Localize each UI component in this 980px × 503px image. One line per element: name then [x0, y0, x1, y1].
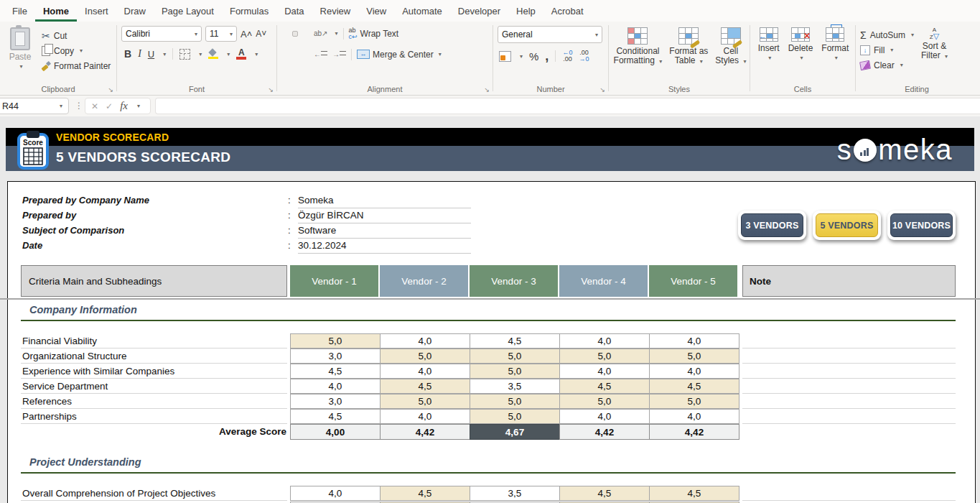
score-cell[interactable]: 4,5	[380, 379, 470, 394]
average-cell[interactable]: 4,00	[290, 424, 381, 440]
clear-button[interactable]: Clear ▾	[860, 57, 914, 73]
note-cell[interactable]	[742, 486, 956, 501]
score-cell[interactable]: 5,0	[559, 349, 650, 364]
tab-file[interactable]: File	[4, 2, 35, 22]
tab-page-layout[interactable]: Page Layout	[154, 2, 222, 22]
bold-button[interactable]: B	[124, 48, 131, 60]
score-cell[interactable]: 4,0	[290, 379, 381, 394]
score-cell[interactable]: 5,0	[470, 349, 560, 364]
align-center-button[interactable]	[292, 52, 298, 57]
score-cell[interactable]: 4,5	[380, 486, 470, 501]
fill-color-button[interactable]	[208, 49, 218, 59]
comma-style-button[interactable]: ,	[545, 52, 549, 60]
button-10-vendors[interactable]: 10 VENDORS	[887, 211, 956, 240]
score-cell[interactable]: 4,5	[649, 486, 739, 501]
criteria-cell[interactable]: Partnerships	[22, 409, 286, 424]
copy-button[interactable]: Copy ▾	[42, 43, 111, 58]
score-cell[interactable]: 5,0	[380, 394, 470, 409]
vendor-header-3[interactable]: Vendor - 3	[470, 265, 558, 297]
insert-cells-button[interactable]: ← Insert ▾	[758, 26, 780, 83]
align-left-button[interactable]	[281, 52, 287, 57]
format-as-table-button[interactable]: Format asTable ▾	[669, 26, 708, 83]
tab-automate[interactable]: Automate	[394, 2, 450, 22]
score-cell[interactable]: 3,5	[470, 379, 560, 394]
score-cell[interactable]: 4,5	[559, 486, 650, 501]
number-format-select[interactable]: General ▾	[498, 26, 602, 43]
score-cell[interactable]: 4,0	[380, 364, 470, 379]
score-cell[interactable]: 5,0	[470, 364, 560, 379]
format-painter-button[interactable]: Format Painter	[42, 58, 111, 73]
increase-decimal-button[interactable]: ←0.00	[562, 50, 572, 63]
font-name-select[interactable]: Calibri ▾	[121, 26, 202, 42]
score-cell[interactable]: 3,5	[470, 486, 560, 501]
score-cell[interactable]: 4,0	[380, 409, 470, 424]
number-dialog-launcher-icon[interactable]: ↘	[599, 86, 605, 93]
percent-style-button[interactable]: %	[529, 50, 538, 63]
score-cell[interactable]: 5,0	[380, 349, 470, 364]
score-cell[interactable]: 4,0	[649, 364, 739, 379]
score-cell[interactable]: 4,0	[559, 364, 650, 379]
score-cell[interactable]: 5,0	[470, 409, 560, 424]
conditional-formatting-button[interactable]: ConditionalFormatting ▾	[614, 26, 663, 83]
score-cell[interactable]: 4,0	[649, 333, 739, 349]
autosum-button[interactable]: Σ AutoSum ▾	[860, 27, 914, 42]
format-cells-button[interactable]: Format ▾	[821, 26, 849, 83]
decrease-decimal-button[interactable]: .00→0	[579, 50, 589, 63]
font-dialog-launcher-icon[interactable]: ↘	[268, 86, 274, 93]
score-cell[interactable]: 5,0	[290, 333, 381, 349]
average-cell[interactable]: 4,42	[380, 424, 470, 440]
button-3-vendors[interactable]: 3 VENDORS	[738, 211, 806, 240]
score-cell[interactable]: 4,0	[559, 409, 650, 424]
average-cell[interactable]: 4,42	[559, 424, 650, 440]
average-cell-best[interactable]: 4,67	[470, 424, 560, 440]
borders-button[interactable]	[179, 49, 190, 60]
info-value-cell[interactable]: Someka	[298, 193, 471, 208]
vendor-header-1[interactable]: Vendor - 1	[290, 265, 378, 297]
align-bottom-button[interactable]	[303, 31, 309, 37]
increase-font-size-button[interactable]: A˄	[241, 29, 252, 40]
score-cell[interactable]: 5,0	[559, 394, 650, 409]
note-cell[interactable]	[742, 379, 956, 394]
font-color-button[interactable]: A	[236, 49, 246, 60]
increase-indent-button[interactable]: →	[332, 50, 346, 58]
score-cell[interactable]: 4,0	[559, 333, 650, 349]
score-cell[interactable]: 4,0	[290, 486, 381, 501]
fill-button[interactable]: ↓ Fill ▾	[860, 42, 914, 57]
score-cell[interactable]: 4,5	[559, 379, 650, 394]
wrap-text-button[interactable]: abc↩ Wrap Text	[349, 26, 399, 41]
score-cell[interactable]: 3,0	[290, 349, 381, 364]
score-cell[interactable]: 4,5	[290, 409, 381, 424]
alignment-dialog-launcher-icon[interactable]: ↘	[484, 86, 490, 93]
criteria-cell[interactable]: Experience with Similar Companies	[22, 364, 286, 379]
tab-review[interactable]: Review	[312, 2, 359, 22]
italic-button[interactable]: I	[138, 48, 141, 60]
vendor-header-5[interactable]: Vendor - 5	[649, 265, 737, 297]
tab-view[interactable]: View	[358, 2, 394, 22]
vendor-header-2[interactable]: Vendor - 2	[380, 265, 468, 297]
underline-button[interactable]: U	[148, 49, 154, 60]
note-cell[interactable]	[742, 409, 956, 424]
clipboard-dialog-launcher-icon[interactable]: ↘	[108, 86, 113, 93]
tab-draw[interactable]: Draw	[116, 2, 154, 22]
criteria-cell[interactable]: Financial Viability	[22, 333, 286, 349]
info-value-cell[interactable]: Software	[298, 223, 471, 239]
criteria-cell[interactable]: References	[22, 394, 286, 409]
font-size-select[interactable]: 11 ▾	[205, 26, 237, 42]
tab-insert[interactable]: Insert	[77, 2, 116, 22]
sort-filter-button[interactable]: AZ▽ Sort &Filter ▾	[921, 26, 948, 83]
cancel-entry-icon[interactable]: ✕	[91, 101, 98, 111]
name-box[interactable]: R44 ▾	[0, 98, 69, 114]
score-cell[interactable]: 4,5	[470, 333, 560, 349]
score-cell[interactable]: 3,0	[290, 394, 381, 409]
delete-cells-button[interactable]: ✕ Delete ▾	[788, 26, 813, 83]
note-cell[interactable]	[742, 364, 956, 379]
cut-button[interactable]: ✂ Cut	[42, 28, 111, 43]
tab-help[interactable]: Help	[508, 2, 543, 22]
tab-acrobat[interactable]: Acrobat	[543, 2, 592, 22]
merge-center-button[interactable]: ↔ Merge & Center ▾	[357, 47, 442, 62]
note-cell[interactable]	[742, 349, 956, 364]
info-value-cell[interactable]: 30.12.2024	[298, 238, 471, 254]
align-middle-button[interactable]	[292, 31, 298, 37]
tab-formulas[interactable]: Formulas	[222, 2, 276, 22]
decrease-font-size-button[interactable]: A˅	[256, 29, 266, 39]
